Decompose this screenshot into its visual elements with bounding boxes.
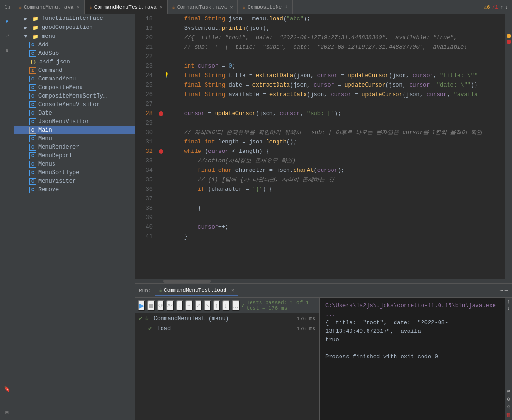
line-num: 27 xyxy=(135,99,153,109)
code-line-35: // (1) [담에 {가 나왔다면, 자식이 존재하는 것 xyxy=(171,175,505,185)
sidebar-item-menurenderer[interactable]: C MenuRenderer xyxy=(14,143,135,152)
run-status-text: Tests passed: 1 of 1 test – 176 ms xyxy=(246,300,313,311)
sidebar-item-menu[interactable]: C Menu xyxy=(14,134,135,143)
sidebar-item-asdf-json[interactable]: {} asdf.json xyxy=(14,58,135,66)
sidebar-item-consolemenuvisitor[interactable]: C ConsoleMenuVisitor xyxy=(14,100,135,109)
line-num: 25 xyxy=(135,80,153,90)
run-tree-commandmenutest[interactable]: ✔ ☕ CommandMenuTest (menu) 176 ms xyxy=(135,313,319,323)
line-num: 31 xyxy=(135,137,153,147)
sidebar-label: Menu xyxy=(38,135,52,142)
code-line-27 xyxy=(171,99,505,109)
run-tree-load[interactable]: ✔ load 176 ms xyxy=(135,323,319,333)
minimize-icon[interactable]: — xyxy=(505,287,508,294)
sidebar-item-addsub[interactable]: C AddSub xyxy=(14,49,135,58)
code-line-30: // 자식데이터 존재유무를 확인하기 위해서 sub: [ 이후로 나오는 문… xyxy=(171,128,505,137)
class-icon: C xyxy=(29,170,36,176)
structure-btn[interactable]: ⊞ xyxy=(1,407,13,418)
tab-commandmenutest-java[interactable]: ☕ CommandMenuTest.java ✕ xyxy=(85,0,168,14)
editor-scroll-strip[interactable] xyxy=(505,14,512,279)
check-icon: ✔ xyxy=(148,325,152,332)
tab-compositeme[interactable]: ☕ CompositeMe ↓ xyxy=(238,0,293,14)
line-num: 36 xyxy=(135,185,153,194)
pull-requests-btn[interactable]: ⇅ xyxy=(1,45,13,56)
sidebar-item-compositemenusorttype[interactable]: C CompositeMenuSortTy… xyxy=(14,92,135,100)
collapse-button[interactable]: ⤡ xyxy=(204,300,211,311)
play-button[interactable]: ▶ xyxy=(138,300,145,311)
prev-fail-button[interactable]: ↑ xyxy=(213,300,221,311)
nav-up-icon[interactable]: ↑ xyxy=(500,4,503,10)
sidebar-item-menuvisitor[interactable]: C MenuVisitor xyxy=(14,177,135,186)
sidebar-item-compositemenu[interactable]: C CompositeMenu xyxy=(14,83,135,92)
sidebar-item-functionalinterface[interactable]: ▶ 📁 functioalInterface xyxy=(14,14,135,23)
sidebar-item-add[interactable]: C Add xyxy=(14,41,135,49)
tab-commandtask-java[interactable]: ☕ CommandTask.java ✕ xyxy=(168,0,238,14)
wrap-btn[interactable]: ⇌ xyxy=(507,388,510,394)
horizontal-scrollbar[interactable] xyxy=(135,279,512,283)
more-button[interactable]: … xyxy=(232,300,240,311)
line-numbers: 18 19 20 21 22 23 24 25 26 27 28 29 30 3… xyxy=(135,14,156,279)
sidebar-item-menus[interactable]: C Menus xyxy=(14,160,135,169)
commit-btn[interactable]: ⎇ xyxy=(1,30,13,42)
sidebar-label: CompositeMenu xyxy=(38,84,83,91)
code-line-18: final String json = menu.load("abc"); xyxy=(171,14,505,24)
stop-button[interactable]: ⏹ xyxy=(147,300,155,311)
code-line-19: System.out.println(json); xyxy=(171,24,505,33)
more-options-icon[interactable]: ⋯ xyxy=(500,287,503,294)
sidebar-item-command[interactable]: I Command xyxy=(14,66,135,75)
print-btn[interactable]: 🖨 xyxy=(506,404,511,410)
sidebar-item-menureport[interactable]: C MenuReport xyxy=(14,152,135,160)
tab-label: CommandMenu.java xyxy=(24,4,74,10)
java-file-icon: ☕ xyxy=(90,4,92,10)
sidebar-item-jsonmenuvisitor[interactable]: C JsonMenuVisitor xyxy=(14,117,135,126)
project-btn[interactable]: P xyxy=(1,16,13,27)
scroll-down-btn[interactable]: ↓ xyxy=(507,305,510,311)
close-icon[interactable]: ✕ xyxy=(77,4,80,10)
sort-duration-button[interactable]: ↕ xyxy=(176,300,184,311)
settings-btn[interactable]: ⚙ xyxy=(507,396,510,402)
close-icon[interactable]: ↓ xyxy=(285,4,287,9)
interface-icon: I xyxy=(29,67,36,74)
expand-all-button[interactable]: ⤢ xyxy=(195,300,202,311)
check-icon: ✔ xyxy=(242,303,245,309)
expand-button[interactable]: ↔ xyxy=(185,300,193,311)
line-num: 23 xyxy=(135,62,153,71)
sidebar-item-goodcomposition[interactable]: ▶ 📁 goodComposition xyxy=(14,23,135,32)
sidebar-item-menusorttype[interactable]: C MenuSortType xyxy=(14,169,135,177)
rerun-button[interactable]: ⟳ xyxy=(157,300,165,311)
sidebar-label: CommandMenu xyxy=(38,76,76,82)
code-line-41: } xyxy=(171,232,505,241)
scroll-up-btn[interactable]: ↑ xyxy=(507,299,510,304)
line-num: 37 xyxy=(135,194,153,204)
code-content[interactable]: final String json = menu.load("abc"); Sy… xyxy=(166,14,505,279)
next-fail-button[interactable]: ↓ xyxy=(222,300,230,311)
sort-alpha-button[interactable]: AZ xyxy=(166,300,174,311)
sidebar-item-remove[interactable]: C Remove xyxy=(14,186,135,194)
tab-commandmenu-java[interactable]: ☕ CommandMenu.java ✕ xyxy=(14,0,85,14)
class-icon: C xyxy=(29,101,36,108)
code-line-31: final int length = json.length(); xyxy=(171,137,505,147)
run-tab-commandmenutest[interactable]: ☕ CommandMenuTest.load ✕ xyxy=(155,285,238,296)
tab-bar-right: ⚠6 ⚡1 ↑ ↓ xyxy=(484,4,512,10)
code-line-32: while (cursor < length) { xyxy=(171,147,505,156)
nav-down-icon[interactable]: ↓ xyxy=(505,4,508,10)
close-icon[interactable]: ✕ xyxy=(231,287,234,293)
delete-btn[interactable]: 🗑 xyxy=(506,412,511,418)
code-line-36: if (character = '{') { xyxy=(171,185,505,194)
sidebar-item-commandmenu[interactable]: C CommandMenu xyxy=(14,75,135,83)
sidebar-item-date[interactable]: C Date xyxy=(14,109,135,117)
line-num: 28 xyxy=(135,109,153,118)
bookmarks-btn[interactable]: 🔖 xyxy=(1,383,13,394)
line-num: 34 xyxy=(135,166,153,175)
line-num: 30 xyxy=(135,128,153,137)
close-icon[interactable]: ✕ xyxy=(230,4,233,10)
sidebar-label: MenuRenderer xyxy=(38,144,79,151)
sidebar-item-menu-folder[interactable]: ▼ 📁 menu xyxy=(14,32,135,41)
class-icon: C xyxy=(29,152,36,159)
output-line-empty xyxy=(325,344,499,353)
run-tree: ✔ ☕ CommandMenuTest (menu) 176 ms ✔ load… xyxy=(135,313,319,420)
code-line-26: final String available = extractData(jso… xyxy=(171,90,505,99)
sidebar-item-main[interactable]: C Main xyxy=(14,126,135,134)
test-class-icon: ☕ xyxy=(145,315,148,322)
close-icon[interactable]: ✕ xyxy=(160,4,162,10)
sidebar-label: ConsoleMenuVisitor xyxy=(38,101,100,108)
